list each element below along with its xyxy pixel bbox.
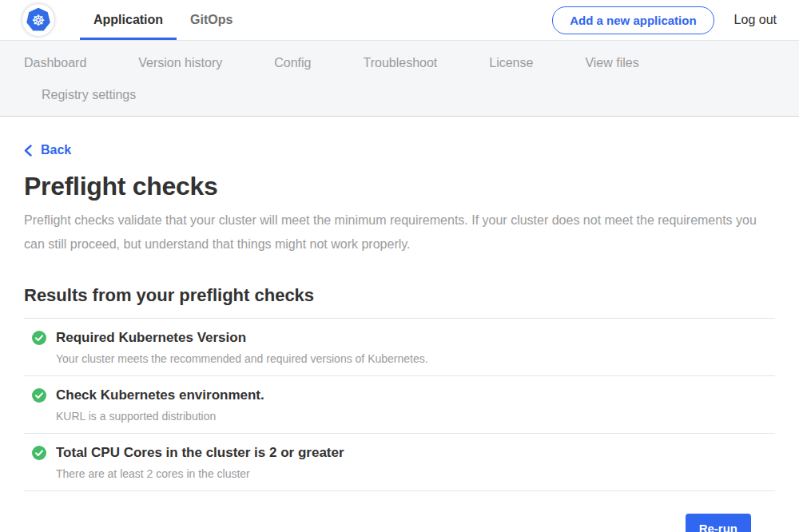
check-row: Required Kubernetes Version Your cluster…	[24, 319, 775, 376]
subnav-item-license[interactable]: License	[489, 56, 533, 70]
check-title: Check Kubernetes environment.	[56, 387, 264, 403]
page-title: Preflight checks	[24, 172, 775, 201]
check-row: Check Kubernetes environment. KURL is a …	[24, 376, 775, 434]
check-row: Total CPU Cores in the cluster is 2 or g…	[24, 434, 775, 491]
preflight-results-list: Required Kubernetes Version Your cluster…	[24, 318, 775, 491]
footer-actions: Re-run	[24, 491, 775, 532]
success-check-icon	[32, 388, 46, 403]
subnav-row-1: Dashboard Version history Config Trouble…	[24, 52, 775, 74]
logout-button[interactable]: Log out	[734, 13, 777, 27]
chevron-left-icon	[24, 145, 32, 157]
check-title: Required Kubernetes Version	[56, 330, 428, 346]
rerun-button[interactable]: Re-run	[686, 514, 751, 532]
page-description: Preflight checks validate that your clus…	[24, 208, 775, 256]
success-check-icon	[32, 446, 46, 460]
subnav-item-config[interactable]: Config	[274, 56, 311, 70]
tab-gitops[interactable]: GitOps	[177, 0, 246, 40]
results-heading: Results from your preflight checks	[24, 285, 775, 306]
primary-tabs: Application GitOps	[80, 0, 246, 40]
app-subnav: Dashboard Version history Config Trouble…	[0, 40, 799, 117]
main-content: Back Preflight checks Preflight checks v…	[0, 117, 799, 532]
check-detail: KURL is a supported distribution	[56, 410, 264, 423]
kubernetes-logo-icon: ☸	[22, 4, 54, 36]
success-check-icon	[32, 331, 46, 345]
check-detail: Your cluster meets the recommended and r…	[56, 352, 428, 365]
subnav-item-registry-settings[interactable]: Registry settings	[42, 88, 136, 102]
check-title: Total CPU Cores in the cluster is 2 or g…	[56, 445, 344, 461]
check-content: Total CPU Cores in the cluster is 2 or g…	[56, 445, 344, 480]
tab-application[interactable]: Application	[80, 0, 177, 40]
check-content: Required Kubernetes Version Your cluster…	[56, 330, 428, 365]
back-label: Back	[41, 143, 71, 157]
subnav-item-view-files[interactable]: View files	[585, 56, 638, 70]
svg-text:☸: ☸	[32, 11, 46, 29]
add-application-button[interactable]: Add a new application	[552, 6, 714, 34]
check-content: Check Kubernetes environment. KURL is a …	[56, 387, 264, 423]
subnav-row-2: Registry settings	[24, 84, 775, 106]
top-navbar: ☸ Application GitOps Add a new applicati…	[0, 0, 799, 40]
check-detail: There are at least 2 cores in the cluste…	[56, 467, 344, 480]
back-link[interactable]: Back	[24, 143, 71, 157]
subnav-item-dashboard[interactable]: Dashboard	[24, 56, 86, 70]
subnav-item-version-history[interactable]: Version history	[138, 56, 222, 70]
subnav-item-troubleshoot[interactable]: Troubleshoot	[363, 56, 437, 70]
